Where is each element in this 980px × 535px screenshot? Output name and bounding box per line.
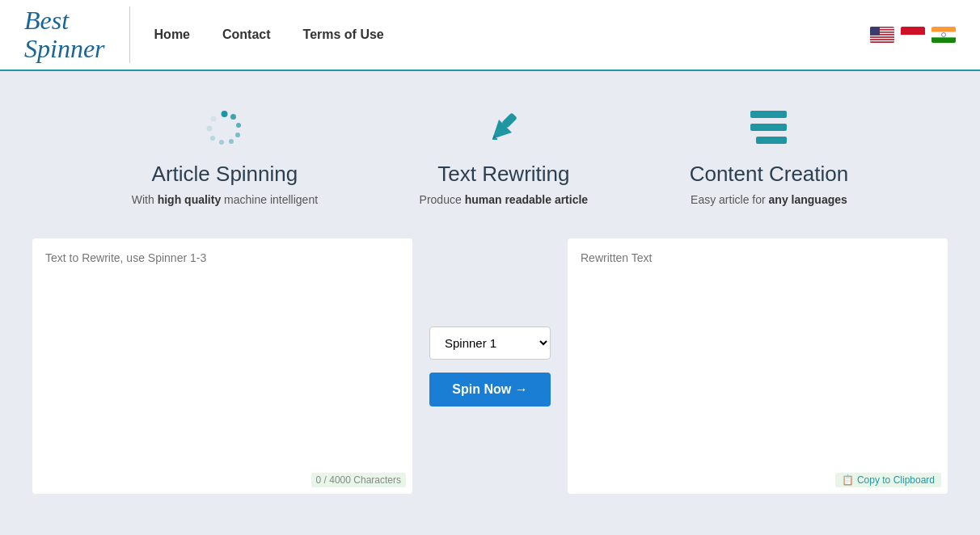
nav-terms[interactable]: Terms of Use <box>303 27 384 42</box>
svg-point-28 <box>211 116 217 121</box>
text-rewriting-icon <box>484 103 523 152</box>
svg-rect-10 <box>870 39 894 40</box>
svg-rect-34 <box>756 137 787 144</box>
feature-creation-desc: Easy article for any languages <box>691 193 847 206</box>
input-textarea[interactable] <box>45 251 399 481</box>
svg-rect-7 <box>870 36 894 37</box>
middle-controls: Spinner 1 Spinner 2 Spinner 3 Spin Now → <box>425 238 555 494</box>
nav-contact[interactable]: Contact <box>222 27 271 42</box>
svg-rect-14 <box>901 27 925 35</box>
flag-in[interactable] <box>931 27 956 43</box>
svg-point-24 <box>229 139 234 144</box>
svg-rect-18 <box>931 37 956 43</box>
feature-text-rewriting: Text Rewriting Produce human readable ar… <box>420 103 589 206</box>
feature-rewriting-desc: Produce human readable article <box>420 193 589 206</box>
svg-point-27 <box>207 125 213 131</box>
output-textarea[interactable] <box>581 251 935 481</box>
feature-rewriting-title: Text Rewriting <box>437 162 569 187</box>
flag-us[interactable] <box>870 27 894 43</box>
svg-rect-11 <box>870 40 894 42</box>
spin-now-button[interactable]: Spin Now → <box>429 373 551 407</box>
svg-rect-12 <box>870 41 894 43</box>
features-row: Article Spinning With high quality machi… <box>32 95 948 214</box>
svg-rect-9 <box>870 38 894 40</box>
logo[interactable]: Best Spinner <box>24 6 130 63</box>
logo-text: Best Spinner <box>24 6 105 63</box>
spin-now-label: Spin Now → <box>452 382 527 397</box>
feature-spinning-title: Article Spinning <box>152 162 298 187</box>
main-nav: Home Contact Terms of Use <box>154 27 870 42</box>
feature-spinning-desc: With high quality machine intelligent <box>132 193 318 206</box>
feature-content-creation: Content Creation Easy article for any la… <box>690 103 849 206</box>
char-count: 0 / 4000 Characters <box>311 473 406 487</box>
svg-rect-16 <box>931 27 956 32</box>
nav-home[interactable]: Home <box>154 27 190 42</box>
svg-point-26 <box>210 136 215 141</box>
svg-point-20 <box>222 111 228 117</box>
copy-icon: 📋 <box>842 474 854 486</box>
svg-rect-13 <box>870 27 880 36</box>
svg-rect-33 <box>750 124 787 131</box>
flag-id[interactable] <box>901 27 925 43</box>
svg-point-23 <box>235 133 240 137</box>
content-creation-icon <box>746 103 791 152</box>
svg-rect-8 <box>870 36 894 38</box>
copy-label: Copy to Clipboard <box>857 474 935 486</box>
workspace: 0 / 4000 Characters Spinner 1 Spinner 2 … <box>32 238 948 494</box>
output-panel: 📋 Copy to Clipboard <box>568 238 948 494</box>
feature-article-spinning: Article Spinning With high quality machi… <box>132 103 318 206</box>
copy-to-clipboard-button[interactable]: 📋 Copy to Clipboard <box>835 473 941 487</box>
svg-point-21 <box>230 114 236 120</box>
spinner-select[interactable]: Spinner 1 Spinner 2 Spinner 3 <box>429 326 551 360</box>
svg-point-25 <box>219 140 224 145</box>
input-panel: 0 / 4000 Characters <box>32 238 412 494</box>
svg-rect-15 <box>901 35 925 43</box>
svg-rect-32 <box>750 111 787 118</box>
main-content: Article Spinning With high quality machi… <box>0 71 980 535</box>
svg-point-22 <box>236 123 241 128</box>
language-flags <box>870 27 956 43</box>
header: Best Spinner Home Contact Terms of Use <box>0 0 980 71</box>
article-spinning-icon <box>202 103 247 152</box>
feature-creation-title: Content Creation <box>690 162 849 187</box>
